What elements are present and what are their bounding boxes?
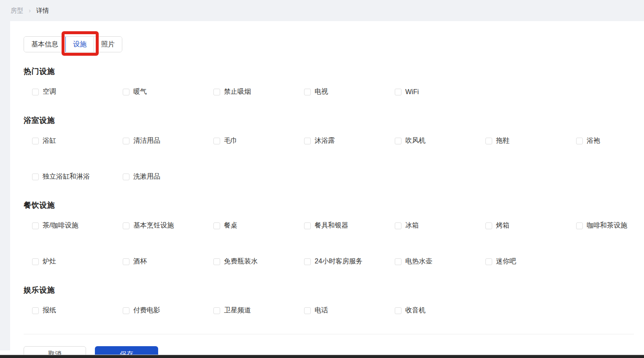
breadcrumb-current: 详情 — [36, 7, 49, 14]
checkbox-unchecked[interactable] — [485, 222, 492, 229]
facility-item[interactable]: 茶/咖啡设施 — [32, 222, 123, 230]
checkbox-unchecked[interactable] — [213, 222, 220, 229]
facility-item[interactable]: 洗漱用品 — [123, 173, 213, 181]
facility-item[interactable]: 拖鞋 — [485, 137, 576, 145]
facility-section-bathroom: 浴室设施 浴缸 清洁用品 毛巾 沐浴露 吹风机 拖鞋 浴袍 独立浴缸和淋浴 洗漱… — [24, 115, 634, 181]
checkbox-unchecked[interactable] — [395, 222, 401, 229]
facility-item[interactable]: 24小时客房服务 — [304, 258, 395, 266]
checkbox-unchecked[interactable] — [123, 89, 129, 95]
facility-item[interactable]: 沐浴露 — [304, 137, 395, 145]
facility-item[interactable]: 独立浴缸和淋浴 — [32, 173, 123, 181]
facility-item[interactable]: 浴缸 — [32, 137, 123, 145]
facility-label: 迷你吧 — [496, 257, 516, 266]
checkbox-unchecked[interactable] — [304, 222, 311, 229]
facility-label: 毛巾 — [224, 136, 237, 145]
checkbox-unchecked[interactable] — [304, 138, 311, 144]
facility-item[interactable]: 餐桌 — [213, 222, 304, 230]
facility-label: 免费瓶装水 — [224, 257, 258, 266]
facility-item[interactable]: 烤箱 — [485, 222, 576, 230]
checkbox-unchecked[interactable] — [32, 138, 39, 144]
facility-label: 电话 — [315, 306, 328, 315]
facility-label: 吹风机 — [405, 136, 426, 145]
checkbox-unchecked[interactable] — [395, 307, 401, 314]
facility-item[interactable]: 报纸 — [32, 306, 123, 315]
facility-item[interactable]: 电话 — [304, 306, 395, 315]
facility-item[interactable]: 炉灶 — [32, 258, 123, 266]
tab-facilities[interactable]: 设施 — [65, 37, 94, 52]
checkbox-unchecked[interactable] — [395, 89, 401, 95]
facility-item[interactable]: 浴袍 — [576, 137, 644, 145]
section-title: 热门设施 — [24, 66, 634, 76]
checkbox-unchecked[interactable] — [123, 258, 129, 265]
checkbox-unchecked[interactable] — [304, 307, 311, 314]
tab-photos[interactable]: 照片 — [94, 37, 122, 52]
facility-item[interactable]: 电视 — [304, 88, 395, 96]
facility-label: 24小时客房服务 — [315, 257, 363, 266]
facility-grid: 报纸 付费电影 卫星频道 电话 收音机 — [24, 306, 634, 315]
facility-item[interactable]: 付费电影 — [123, 306, 213, 315]
facility-item[interactable]: 空调 — [32, 88, 123, 96]
checkbox-unchecked[interactable] — [32, 307, 39, 314]
facility-item[interactable]: 收音机 — [395, 306, 485, 315]
facility-item[interactable]: 基本烹饪设施 — [123, 222, 213, 230]
checkbox-unchecked[interactable] — [304, 89, 311, 95]
checkbox-unchecked[interactable] — [395, 258, 401, 265]
checkbox-unchecked[interactable] — [213, 89, 220, 95]
facility-label: 浴缸 — [43, 136, 56, 145]
facility-label: 清洁用品 — [133, 136, 160, 145]
checkbox-unchecked[interactable] — [304, 258, 311, 265]
checkbox-unchecked[interactable] — [213, 258, 220, 265]
breadcrumb-parent-link[interactable]: 房型 — [11, 7, 23, 14]
tab-basic-info[interactable]: 基本信息 — [24, 37, 65, 52]
checkbox-unchecked[interactable] — [32, 174, 39, 180]
facility-label: 洗漱用品 — [133, 172, 160, 181]
facility-item[interactable]: 清洁用品 — [123, 137, 213, 145]
facility-item[interactable]: 冰箱 — [395, 222, 485, 230]
facility-item[interactable]: 禁止吸烟 — [213, 88, 304, 96]
facility-item[interactable]: 酒杯 — [123, 258, 213, 266]
checkbox-unchecked[interactable] — [32, 258, 39, 265]
checkbox-unchecked[interactable] — [213, 138, 220, 144]
facility-label: 收音机 — [405, 306, 426, 315]
facility-label: 酒杯 — [133, 257, 147, 266]
facility-label: 餐具和银器 — [315, 221, 348, 230]
facility-label: 咖啡和茶设施 — [587, 221, 627, 230]
facility-item[interactable]: 餐具和银器 — [304, 222, 395, 230]
facility-item[interactable]: 毛巾 — [213, 137, 304, 145]
facility-item[interactable]: 迷你吧 — [485, 258, 576, 266]
facility-label: 付费电影 — [133, 306, 160, 315]
checkbox-unchecked[interactable] — [32, 89, 39, 95]
facility-section-dining: 餐饮设施 茶/咖啡设施 基本烹饪设施 餐桌 餐具和银器 冰箱 烤箱 咖啡和茶设施… — [24, 200, 634, 266]
checkbox-unchecked[interactable] — [395, 138, 401, 144]
facility-label: 卫星频道 — [224, 306, 251, 315]
facility-label: 沐浴露 — [315, 136, 335, 145]
checkbox-unchecked[interactable] — [213, 307, 220, 314]
facility-label: 电视 — [315, 87, 328, 96]
window-bottom-edge — [0, 355, 644, 358]
checkbox-unchecked[interactable] — [123, 138, 129, 144]
checkbox-unchecked[interactable] — [576, 222, 583, 229]
facility-item[interactable]: 吹风机 — [395, 137, 485, 145]
facility-sections: 热门设施 空调 暖气 禁止吸烟 电视 WiFi 浴室设施 浴缸 清洁用品 毛巾 — [24, 66, 634, 315]
checkbox-unchecked[interactable] — [485, 138, 492, 144]
checkbox-unchecked[interactable] — [485, 258, 492, 265]
footer-divider — [24, 334, 634, 334]
checkbox-unchecked[interactable] — [123, 222, 129, 229]
facility-item[interactable]: 咖啡和茶设施 — [576, 222, 644, 230]
checkbox-unchecked[interactable] — [32, 222, 39, 229]
facility-label: 报纸 — [43, 306, 56, 315]
page-left-gutter — [0, 21, 10, 350]
facility-label: 禁止吸烟 — [224, 87, 251, 96]
facility-item[interactable]: 电热水壶 — [395, 258, 485, 266]
facility-item[interactable]: 暖气 — [123, 88, 213, 96]
checkbox-unchecked[interactable] — [123, 174, 129, 180]
facility-label: 独立浴缸和淋浴 — [43, 172, 90, 181]
checkbox-unchecked[interactable] — [123, 307, 129, 314]
section-title: 娱乐设施 — [24, 285, 634, 295]
facility-item[interactable]: 免费瓶装水 — [213, 258, 304, 266]
facility-item[interactable]: 卫星频道 — [213, 306, 304, 315]
checkbox-unchecked[interactable] — [576, 138, 583, 144]
facility-label: 烤箱 — [496, 221, 509, 230]
facility-item[interactable]: WiFi — [395, 88, 485, 96]
facility-section-entertainment: 娱乐设施 报纸 付费电影 卫星频道 电话 收音机 — [24, 285, 634, 315]
